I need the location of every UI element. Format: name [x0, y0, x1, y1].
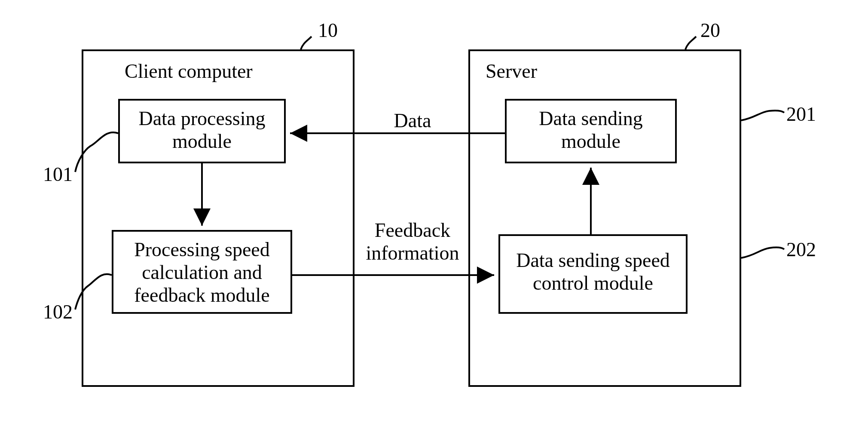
server-title: Server: [486, 60, 537, 83]
ref-101: 101: [43, 163, 73, 186]
callout-202: [741, 248, 784, 258]
diagram-stage: Client computer Data processing module P…: [0, 0, 868, 435]
ref-10: 10: [318, 19, 338, 42]
client-module-1-text: Data processing module: [118, 107, 286, 153]
client-title: Client computer: [125, 60, 253, 83]
callout-201: [741, 110, 784, 120]
server-module-1-text: Data sending module: [505, 107, 677, 153]
arrow-feedback-label: Feedback information: [357, 219, 468, 265]
ref-201: 201: [786, 103, 816, 126]
server-module-2-text: Data sending speed control module: [498, 249, 688, 295]
client-module-2-text: Processing speed calculation and feedbac…: [112, 239, 292, 307]
ref-202: 202: [786, 239, 816, 261]
arrow-data-label: Data: [378, 110, 447, 132]
callout-20: [685, 37, 696, 49]
callout-10: [301, 37, 312, 49]
ref-20: 20: [700, 19, 720, 42]
ref-102: 102: [43, 301, 73, 324]
